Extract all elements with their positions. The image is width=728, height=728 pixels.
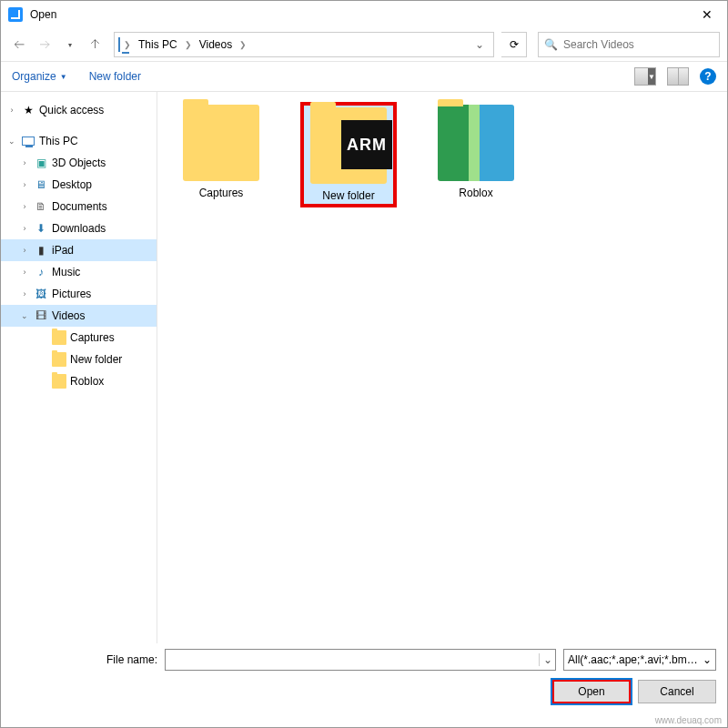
tree-label: 3D Objects	[52, 157, 106, 169]
new-folder-button[interactable]: New folder	[89, 70, 141, 83]
command-bar: Organize ▼ New folder ▼ ?	[1, 61, 727, 92]
download-icon: ⬇	[34, 221, 48, 236]
file-type-filter[interactable]: All(*.aac;*.ape;*.avi;*.bmp;*.csv ⌄	[563, 649, 716, 671]
folder-captures[interactable]: Captures	[176, 105, 267, 199]
tree-label: Music	[52, 266, 80, 278]
expand-icon[interactable]: ›	[19, 289, 30, 298]
recent-dropdown[interactable]: ▾	[59, 34, 81, 56]
preview-pane-button[interactable]	[667, 67, 689, 86]
breadcrumb-this-pc[interactable]: This PC	[135, 38, 181, 51]
watermark: www.deuaq.com	[655, 715, 722, 725]
tree-roblox[interactable]: Roblox	[1, 370, 157, 392]
pc-icon	[21, 134, 35, 148]
tree-label: Quick access	[39, 104, 104, 116]
collapse-icon[interactable]: ⌄	[19, 311, 30, 320]
tree-documents[interactable]: ›🗎Documents	[1, 196, 157, 217]
folder-new-folder[interactable]: New folder	[303, 105, 394, 205]
tree-captures[interactable]: Captures	[1, 327, 157, 349]
item-label: Roblox	[430, 187, 521, 199]
tree-label: This PC	[39, 135, 78, 147]
file-list[interactable]: Captures New folder Roblox	[157, 92, 727, 643]
pc-icon	[118, 38, 120, 51]
folder-icon	[183, 105, 259, 181]
music-icon: ♪	[34, 265, 48, 279]
file-name-label: File name:	[12, 653, 157, 666]
footer: File name: ⌄ All(*.aac;*.ape;*.avi;*.bmp…	[1, 643, 727, 714]
tree-label: Pictures	[52, 288, 91, 300]
view-menu[interactable]: ▼	[634, 67, 656, 86]
search-icon: 🔍	[544, 38, 558, 51]
folder-icon	[310, 107, 387, 184]
tree-3d-objects[interactable]: ›▣3D Objects	[1, 152, 157, 174]
tree-ipad[interactable]: ›▮iPad	[1, 239, 157, 261]
expand-icon[interactable]: ›	[19, 180, 30, 189]
chevron-right-icon[interactable]: ❯	[239, 40, 247, 49]
cube-icon: ▣	[34, 156, 48, 170]
address-bar[interactable]: ❯ This PC ❯ Videos ❯ ⌄	[114, 32, 494, 57]
window-title: Open	[30, 8, 686, 21]
expand-icon[interactable]: ›	[19, 224, 30, 233]
search-box[interactable]: 🔍	[538, 32, 720, 57]
folder-icon	[438, 105, 514, 181]
device-icon: ▮	[34, 243, 48, 258]
tree-pictures[interactable]: ›🖼Pictures	[1, 283, 157, 305]
tree-quick-access[interactable]: › ★ Quick access	[1, 99, 157, 121]
folder-icon	[52, 352, 66, 367]
refresh-button[interactable]: ⟳	[501, 32, 527, 57]
help-button[interactable]: ?	[700, 68, 716, 85]
expand-icon[interactable]: ›	[19, 268, 30, 277]
main-area: › ★ Quick access ⌄ This PC ›▣3D Objects …	[1, 92, 727, 643]
search-input[interactable]	[563, 38, 713, 51]
address-dropdown[interactable]: ⌄	[470, 38, 490, 51]
tree-label: Documents	[52, 200, 107, 213]
organize-label: Organize	[12, 70, 56, 83]
cancel-button[interactable]: Cancel	[638, 680, 716, 703]
video-icon: 🎞	[34, 308, 48, 323]
expand-icon[interactable]: ›	[6, 106, 17, 115]
star-icon: ★	[21, 103, 35, 117]
expand-icon[interactable]: ›	[19, 202, 30, 211]
up-button[interactable]: 🡡	[85, 34, 106, 56]
tree-label: Captures	[70, 331, 115, 344]
folder-roblox[interactable]: Roblox	[430, 105, 521, 199]
organize-menu[interactable]: Organize ▼	[12, 70, 67, 83]
expand-icon[interactable]: ›	[19, 246, 30, 255]
item-label: New folder	[303, 189, 394, 202]
desktop-icon: 🖥	[34, 177, 48, 192]
breadcrumb-videos[interactable]: Videos	[196, 38, 236, 51]
close-button[interactable]: ✕	[686, 1, 727, 28]
collapse-icon[interactable]: ⌄	[6, 136, 17, 146]
tree-label: iPad	[52, 244, 74, 257]
tree-label: Desktop	[52, 178, 92, 191]
forward-button: 🡢	[34, 34, 56, 56]
title-bar: Open ✕	[1, 1, 727, 28]
nav-bar: 🡠 🡢 ▾ 🡡 ❯ This PC ❯ Videos ❯ ⌄ ⟳ 🔍	[1, 28, 727, 61]
chevron-right-icon[interactable]: ❯	[124, 40, 131, 49]
tree-label: Downloads	[52, 222, 106, 235]
tree-label: New folder	[70, 353, 122, 366]
tree-label: Roblox	[70, 375, 104, 388]
folder-icon	[52, 330, 66, 345]
expand-icon[interactable]: ›	[19, 158, 30, 167]
tree-this-pc[interactable]: ⌄ This PC	[1, 130, 157, 152]
file-name-input[interactable]	[166, 653, 539, 666]
tree-music[interactable]: ›♪Music	[1, 261, 157, 283]
tree-downloads[interactable]: ›⬇Downloads	[1, 217, 157, 239]
open-button[interactable]: Open	[552, 680, 631, 703]
chevron-right-icon[interactable]: ❯	[185, 40, 192, 49]
tree-label: Videos	[52, 309, 85, 322]
chevron-down-icon[interactable]: ⌄	[539, 653, 555, 666]
tree-new-folder[interactable]: New folder	[1, 349, 157, 370]
folder-icon	[52, 374, 66, 389]
tree-desktop[interactable]: ›🖥Desktop	[1, 174, 157, 196]
nav-tree: › ★ Quick access ⌄ This PC ›▣3D Objects …	[1, 92, 157, 643]
tree-videos[interactable]: ⌄🎞Videos	[1, 305, 157, 327]
back-button[interactable]: 🡠	[8, 34, 30, 56]
app-icon	[8, 7, 23, 22]
file-name-combo[interactable]: ⌄	[165, 649, 556, 671]
document-icon: 🗎	[34, 199, 48, 214]
chevron-down-icon: ▼	[648, 68, 655, 85]
item-label: Captures	[176, 187, 267, 199]
picture-icon: 🖼	[34, 287, 48, 301]
filter-label: All(*.aac;*.ape;*.avi;*.bmp;*.csv	[568, 653, 699, 666]
